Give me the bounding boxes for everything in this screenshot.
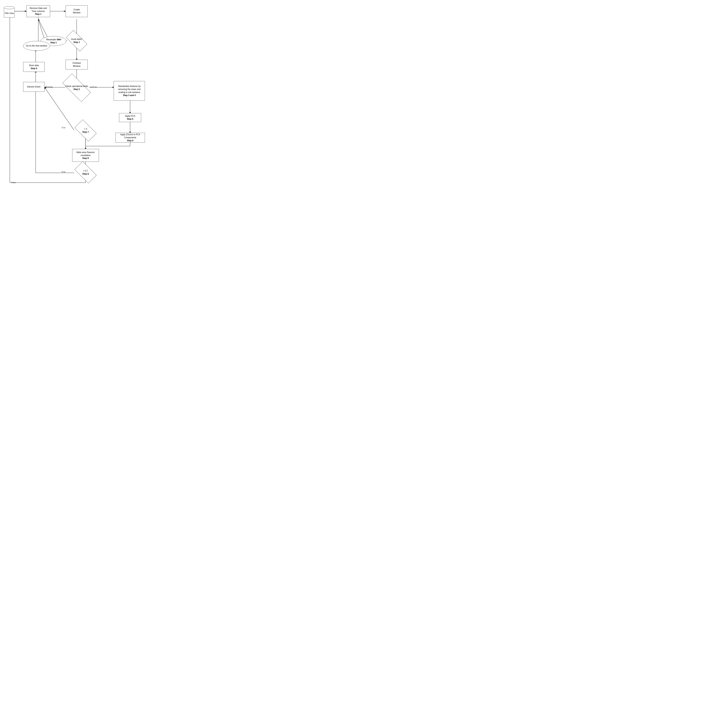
error-label: Error: [57, 38, 62, 40]
standardize-box: Standardize features by removing the mea…: [114, 81, 145, 101]
finished-window-box: Finished Window: [66, 60, 88, 69]
electric-event-box: Electric Event: [23, 82, 45, 92]
finished-window-text: Finished Window: [72, 62, 81, 68]
go-next-window-text: Go to the next window: [26, 44, 47, 48]
apply-pca-text: Apply PCA Step 5: [125, 114, 135, 121]
pmu-data-node: PMU Data: [4, 6, 14, 17]
electric-event-text: Electric Event: [27, 85, 40, 88]
create-window-box: Create Window: [66, 5, 88, 17]
good-data-text: Good data? Step 1: [71, 38, 82, 44]
cylinder-body: PMU Data: [4, 8, 14, 17]
go-next-window-ellipse: Go to the next window: [23, 41, 50, 51]
check-limits-diamond: Check operational limits Step 2: [63, 81, 90, 94]
apply-pca-box: Apply PCA Step 5: [119, 113, 141, 122]
pearson-box: Wide area Pearson correlation Step 8: [72, 149, 99, 162]
limit-ok-label: Limit ok: [90, 86, 97, 88]
remove-date-box: Remove Date and Time columns Step 1: [26, 5, 50, 17]
flowchart: PMU Data Remove Date and Time columns St…: [0, 0, 178, 185]
step7-text: > 3 Step 7: [82, 127, 89, 134]
apply-zscore-box: Apply ZScore in PCA Components Step 6: [116, 133, 145, 143]
true-label-step7: True: [62, 127, 65, 129]
apply-zscore-text: Apply ZScore in PCA Components Step 6: [120, 133, 140, 142]
svg-line-4: [38, 19, 47, 36]
step8b-text: > 0.7 Step 8: [82, 169, 89, 175]
step8b-diamond: > 0.7 Step 8: [76, 167, 95, 178]
cylinder-top: [4, 6, 14, 9]
standardize-text: Standardize features by removing the mea…: [118, 85, 141, 97]
outside-label: Outside: [46, 86, 53, 88]
true-label-step8b: True: [62, 171, 65, 173]
remove-date-text: Remove Date and Time columns Step 1: [30, 7, 47, 16]
create-window-text: Create Window: [73, 8, 81, 14]
pearson-text: Wide area Pearson correlation Step 8: [77, 151, 95, 160]
store-data-text: Store data Step 9: [29, 64, 39, 70]
step7-diamond: > 3 Step 7: [76, 125, 95, 136]
pmu-data-label: PMU Data: [5, 12, 14, 14]
good-data-diamond: Good data? Step 1: [67, 36, 87, 46]
store-data-box: Store data Step 9: [23, 62, 45, 72]
check-limits-text: Check operational limits Step 2: [65, 85, 88, 91]
false-label: False: [11, 181, 16, 183]
